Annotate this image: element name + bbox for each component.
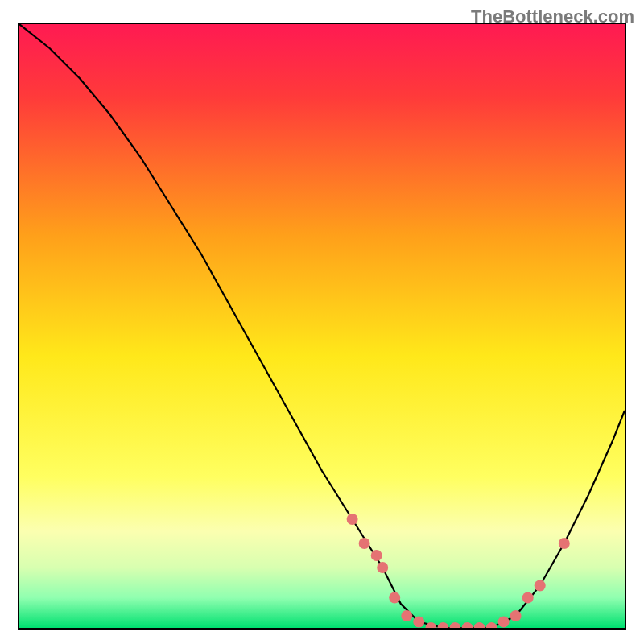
curve-marker (510, 610, 522, 621)
curve-marker (559, 538, 570, 549)
bottleneck-curve-path (19, 24, 625, 628)
curve-marker (449, 622, 460, 628)
curve-marker (437, 622, 448, 628)
curve-marker (359, 538, 370, 549)
curve-marker (474, 622, 485, 628)
curve-marker (401, 610, 412, 621)
watermark-text: TheBottleneck.com (471, 6, 634, 27)
curve-marker (462, 622, 473, 628)
curve-marker (413, 617, 424, 628)
marker-group (347, 514, 570, 628)
curve-marker (389, 592, 400, 604)
curve-marker (498, 617, 510, 628)
curve-marker (371, 550, 382, 561)
curve-marker (347, 514, 358, 525)
chart-svg-layer (19, 24, 625, 628)
curve-marker (535, 580, 546, 592)
curve-marker (377, 562, 388, 573)
curve-marker (522, 592, 534, 604)
chart-container: TheBottleneck.com (0, 0, 644, 644)
curve-marker (486, 622, 497, 628)
